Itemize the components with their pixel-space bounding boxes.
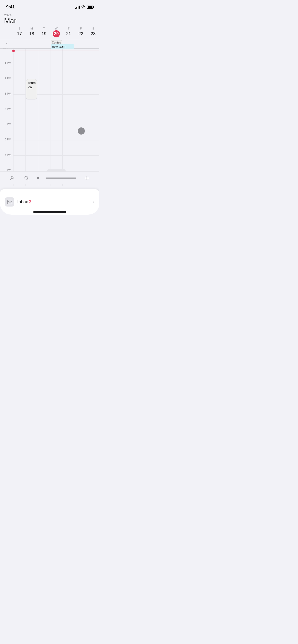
cell[interactable]: [62, 64, 75, 79]
cell[interactable]: [87, 156, 99, 171]
cell[interactable]: [38, 110, 50, 125]
cell[interactable]: [62, 125, 75, 140]
dot-icon[interactable]: [37, 177, 39, 179]
cell[interactable]: [25, 140, 38, 155]
cell[interactable]: [13, 125, 25, 140]
inbox-panel[interactable]: Inbox 3 ›: [0, 189, 99, 215]
cell[interactable]: [50, 95, 62, 110]
cell[interactable]: [38, 140, 50, 155]
cell[interactable]: [50, 140, 62, 155]
contacts-icon[interactable]: [8, 174, 16, 182]
cell[interactable]: [50, 79, 62, 94]
collapse-icon[interactable]: ✕: [6, 42, 8, 45]
cell[interactable]: [75, 79, 87, 94]
cell[interactable]: [87, 79, 99, 94]
month-label: Mar: [4, 17, 16, 25]
cell[interactable]: [62, 140, 75, 155]
cell[interactable]: [87, 140, 99, 155]
year-label: 2024: [4, 13, 16, 17]
cell[interactable]: [62, 79, 75, 94]
cell[interactable]: [38, 156, 50, 171]
search-icon[interactable]: [23, 174, 30, 182]
cell[interactable]: [38, 79, 50, 94]
cell[interactable]: [13, 95, 25, 110]
cell[interactable]: [13, 140, 25, 155]
inbox-icon: [5, 197, 14, 207]
inbox-count: 3: [29, 199, 31, 204]
cell[interactable]: [38, 64, 50, 79]
cell[interactable]: [62, 110, 75, 125]
cell[interactable]: [50, 110, 62, 125]
now-dot: [12, 50, 15, 52]
cell[interactable]: [38, 95, 50, 110]
inbox-chevron-icon: ›: [93, 199, 94, 205]
calendar-header: 2024 Mar S 17 M 18 T 19 W 20: [0, 12, 99, 49]
cell[interactable]: [25, 110, 38, 125]
cell[interactable]: [13, 110, 25, 125]
all-day-strip: ✕ Contac new team: [0, 39, 99, 49]
cell[interactable]: [87, 110, 99, 125]
cell[interactable]: [87, 125, 99, 140]
status-bar: 9:41: [0, 0, 99, 12]
status-time: 9:41: [6, 5, 15, 10]
cell[interactable]: [13, 64, 25, 79]
home-indicator: [46, 178, 76, 179]
cell[interactable]: [62, 95, 75, 110]
svg-line-2: [28, 179, 29, 180]
bottom-toolbar: [0, 171, 99, 184]
new-team-event[interactable]: new team: [51, 44, 74, 49]
status-icons: [75, 5, 93, 9]
day-col-tue[interactable]: T 19: [38, 26, 50, 39]
svg-rect-5: [7, 200, 12, 204]
cell[interactable]: [62, 156, 75, 171]
cell[interactable]: [87, 64, 99, 79]
grid-columns: team call VIEW: [13, 49, 99, 186]
cell[interactable]: [13, 79, 25, 94]
day-col-fri[interactable]: F 22: [75, 26, 87, 39]
battery-icon: [87, 6, 93, 9]
cell[interactable]: [38, 125, 50, 140]
cell[interactable]: [13, 156, 25, 171]
day-col-wed[interactable]: W 20: [50, 26, 62, 39]
day-col-sun[interactable]: S 17: [13, 26, 25, 39]
day-col-sat[interactable]: S 23: [87, 26, 99, 39]
add-event-button[interactable]: [83, 174, 91, 182]
week-header: S 17 M 18 T 19 W 20 T 21 F 22: [0, 26, 99, 39]
day-col-thu[interactable]: T 21: [62, 26, 75, 39]
day-col-mon[interactable]: M 18: [25, 26, 38, 39]
cell[interactable]: [75, 64, 87, 79]
cell[interactable]: [87, 95, 99, 110]
svg-point-0: [11, 176, 13, 178]
cell[interactable]: [25, 125, 38, 140]
cell[interactable]: [75, 156, 87, 171]
home-indicator-bar: [33, 211, 66, 213]
inbox-label: Inbox: [17, 199, 28, 204]
calendar-grid: 12 PM 1 PM 2 PM 3 PM: [0, 49, 99, 186]
now-line: [13, 51, 99, 51]
cell[interactable]: [75, 95, 87, 110]
cell[interactable]: [50, 125, 62, 140]
cell[interactable]: [75, 110, 87, 125]
time-gutter: 12 PM 1 PM 2 PM 3 PM: [0, 49, 13, 186]
cell[interactable]: [75, 140, 87, 155]
cell[interactable]: [25, 64, 38, 79]
cell[interactable]: [50, 64, 62, 79]
cell[interactable]: [25, 156, 38, 171]
wifi-icon: [81, 5, 85, 9]
signal-icon: [75, 6, 80, 9]
team-call-event[interactable]: team call: [26, 79, 37, 99]
